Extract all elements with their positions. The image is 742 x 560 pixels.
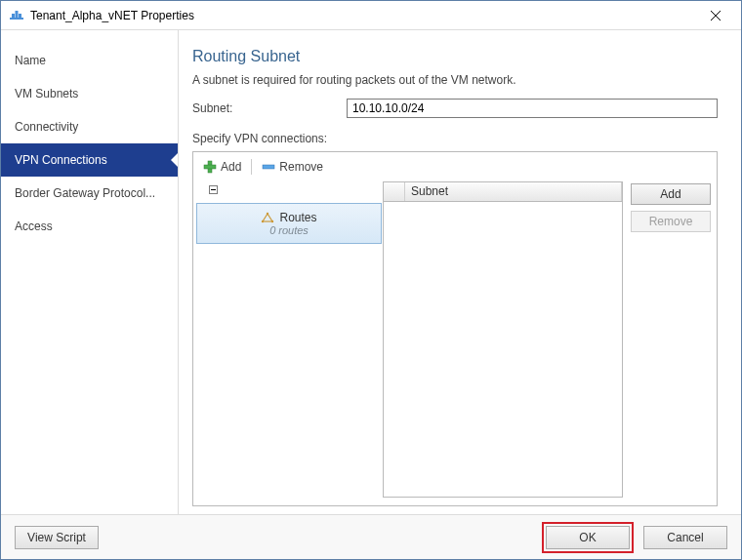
svg-point-14 (271, 220, 273, 222)
app-icon (9, 8, 24, 23)
subnet-column-header[interactable]: Subnet (405, 182, 622, 201)
vpn-connections-box: Add Remove (192, 151, 718, 506)
subnet-table-header: Subnet (384, 182, 622, 202)
svg-rect-8 (263, 165, 274, 169)
close-icon (711, 11, 721, 20)
specify-vpn-label: Specify VPN connections: (192, 132, 718, 145)
subnet-table[interactable]: Subnet (383, 181, 623, 498)
toolbar-remove-button[interactable]: Remove (258, 158, 327, 176)
svg-rect-3 (16, 11, 19, 18)
tree-root-toggle[interactable] (199, 181, 375, 201)
subnet-side-buttons: Add Remove (631, 181, 711, 498)
cancel-button[interactable]: Cancel (643, 526, 727, 549)
subnet-field-row: Subnet: (192, 99, 718, 118)
svg-rect-7 (204, 165, 216, 169)
svg-line-9 (263, 214, 268, 221)
window-title: Tenant_Alpha_vNET Properties (30, 9, 696, 22)
svg-rect-1 (12, 14, 15, 18)
svg-rect-2 (19, 14, 21, 18)
routes-node[interactable]: Routes 0 routes (196, 203, 382, 244)
toolbar-add-label: Add (221, 160, 241, 174)
routes-label: Routes (279, 211, 316, 224)
vpn-panels: Routes 0 routes Subnet Add Remove (197, 180, 713, 500)
dialog-footer: View Script OK Cancel (1, 514, 741, 559)
titlebar: Tenant_Alpha_vNET Properties (1, 1, 741, 30)
ok-button[interactable]: OK (546, 526, 630, 549)
svg-line-10 (268, 214, 272, 221)
close-button[interactable] (696, 2, 735, 29)
sidebar: Name VM Subnets Connectivity VPN Connect… (1, 30, 179, 514)
sidebar-item-vm-subnets[interactable]: VM Subnets (1, 77, 178, 110)
sidebar-item-bgp[interactable]: Border Gateway Protocol... (1, 177, 178, 210)
subnet-label: Subnet: (192, 101, 347, 115)
toolbar-remove-label: Remove (279, 160, 323, 174)
sidebar-item-vpn-connections[interactable]: VPN Connections (1, 143, 178, 177)
collapse-icon (209, 185, 218, 194)
content-panel: Routing Subnet A subnet is required for … (179, 30, 741, 514)
view-script-button[interactable]: View Script (15, 526, 99, 549)
routes-icon (261, 212, 274, 223)
subnet-add-button[interactable]: Add (631, 183, 711, 205)
toolbar-add-button[interactable]: Add (199, 158, 245, 176)
page-description: A subnet is required for routing packets… (192, 73, 718, 87)
toolbar-separator (251, 159, 252, 175)
sidebar-item-connectivity[interactable]: Connectivity (1, 110, 178, 143)
svg-point-13 (262, 220, 264, 222)
page-heading: Routing Subnet (192, 48, 718, 65)
dialog-body: Name VM Subnets Connectivity VPN Connect… (1, 30, 741, 514)
svg-point-12 (267, 213, 268, 215)
row-selector-header (384, 182, 405, 201)
properties-dialog: Tenant_Alpha_vNET Properties Name VM Sub… (0, 0, 742, 560)
vpn-tree-panel: Routes 0 routes (199, 181, 375, 498)
sidebar-item-access[interactable]: Access (1, 210, 178, 243)
subnet-input[interactable] (347, 99, 718, 118)
vpn-toolbar: Add Remove (197, 156, 713, 180)
plus-icon (203, 160, 217, 174)
svg-rect-0 (10, 18, 23, 20)
sidebar-item-name[interactable]: Name (1, 44, 178, 77)
minus-icon (262, 162, 275, 172)
ok-highlight: OK (542, 522, 634, 553)
subnet-remove-button: Remove (631, 211, 711, 232)
routes-count: 0 routes (269, 224, 309, 236)
